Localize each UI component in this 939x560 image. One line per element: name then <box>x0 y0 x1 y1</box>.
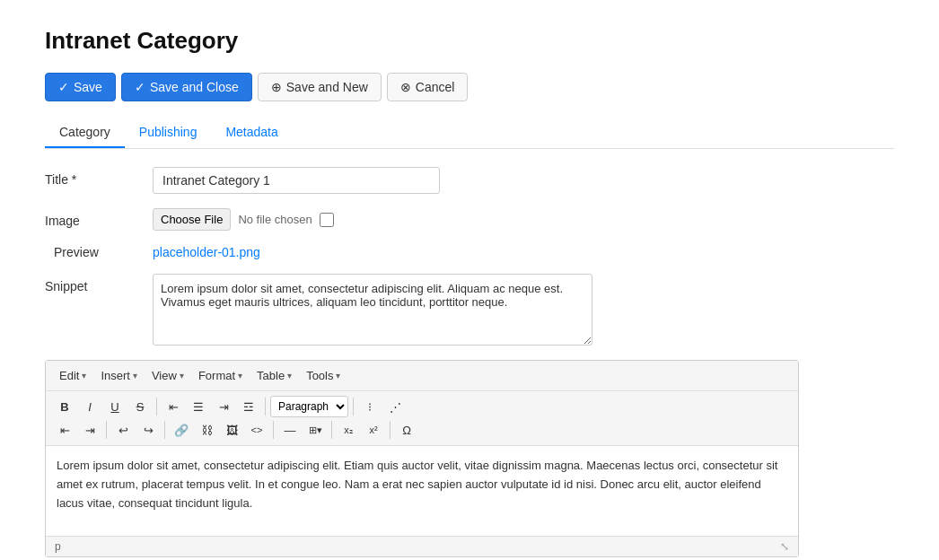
redo-button[interactable]: ↪ <box>136 419 160 441</box>
outdent-button[interactable]: ⇤ <box>53 419 76 441</box>
separator-3 <box>353 398 354 416</box>
image-label: Image <box>45 208 153 228</box>
tab-category[interactable]: Category <box>45 118 125 148</box>
undo-button[interactable]: ↩ <box>111 419 135 441</box>
editor-menubar: Edit ▾ Insert ▾ View ▾ Format ▾ Table ▾ … <box>46 361 798 391</box>
separator-1 <box>156 398 157 416</box>
omega-button[interactable]: Ω <box>395 419 418 441</box>
align-left-button[interactable]: ⇤ <box>162 396 185 417</box>
paragraph-select[interactable]: Paragraph <box>270 396 348 417</box>
chevron-down-icon: ▾ <box>82 371 86 381</box>
snippet-row: Snippet Lorem ipsum dolor sit amet, cons… <box>45 274 894 346</box>
separator-7 <box>331 421 332 439</box>
code-button[interactable]: <> <box>245 419 268 441</box>
chevron-down-icon-3: ▾ <box>180 371 184 381</box>
save-new-button[interactable]: ⊕ Save and New <box>258 73 382 101</box>
resize-handle: ⤡ <box>780 540 789 553</box>
chevron-down-icon-5: ▾ <box>287 371 292 381</box>
editor-body[interactable]: Lorem ipsum dolor sit amet, consectetur … <box>46 446 798 536</box>
link-button[interactable]: 🔗 <box>170 419 193 441</box>
page-container: Intranet Category ✓ Save ✓ Save and Clos… <box>0 0 939 560</box>
tab-publishing[interactable]: Publishing <box>125 118 212 148</box>
snippet-label: Snippet <box>45 274 153 293</box>
form-section: Title * Image Choose File No file chosen… <box>45 167 894 346</box>
chevron-down-icon-2: ▾ <box>133 371 137 381</box>
superscript-button[interactable]: x² <box>362 419 385 441</box>
editor-statusbar: p ⤡ <box>46 536 798 556</box>
align-center-button[interactable]: ☰ <box>187 396 210 417</box>
preview-link[interactable]: placeholder-01.png <box>153 245 260 259</box>
separator-5 <box>164 421 165 439</box>
check-icon-2: ✓ <box>135 80 145 94</box>
preview-row: Preview placeholder-01.png <box>45 245 894 259</box>
toolbar-row-1: B I U S ⇤ ☰ ⇥ ☲ Paragraph ⁝ ⋰ <box>53 396 791 417</box>
editor-tag-indicator: p <box>55 540 61 553</box>
save-close-button[interactable]: ✓ Save and Close <box>121 73 252 101</box>
tab-metadata[interactable]: Metadata <box>211 118 292 148</box>
cancel-button[interactable]: ⊗ Cancel <box>387 73 469 101</box>
menu-table[interactable]: Table ▾ <box>250 366 298 385</box>
align-justify-button[interactable]: ☲ <box>237 396 260 417</box>
indent-button[interactable]: ⇥ <box>78 419 101 441</box>
times-icon: ⊗ <box>400 80 411 94</box>
separator-8 <box>390 421 391 439</box>
hr-button[interactable]: — <box>278 419 302 441</box>
main-toolbar: ✓ Save ✓ Save and Close ⊕ Save and New ⊗… <box>45 73 894 101</box>
italic-button[interactable]: I <box>78 396 101 417</box>
image-checkbox[interactable] <box>320 213 334 227</box>
plus-icon: ⊕ <box>271 80 282 94</box>
separator-6 <box>273 421 274 439</box>
title-row: Title * <box>45 167 894 194</box>
menu-insert[interactable]: Insert ▾ <box>94 366 144 385</box>
snippet-input[interactable]: Lorem ipsum dolor sit amet, consectetur … <box>153 274 592 346</box>
table-button[interactable]: ⊞▾ <box>303 419 327 441</box>
underline-button[interactable]: U <box>103 396 127 417</box>
editor-toolbar: B I U S ⇤ ☰ ⇥ ☲ Paragraph ⁝ ⋰ ⇤ ⇥ <box>46 391 798 446</box>
check-icon: ✓ <box>58 80 69 94</box>
subscript-button[interactable]: x₂ <box>337 419 360 441</box>
menu-view[interactable]: View ▾ <box>145 366 190 385</box>
page-title: Intranet Category <box>45 27 894 55</box>
unlink-button[interactable]: ⛓ <box>195 419 218 441</box>
separator-2 <box>265 398 266 416</box>
title-input[interactable] <box>153 167 440 194</box>
menu-format[interactable]: Format ▾ <box>192 366 249 385</box>
tab-bar: Category Publishing Metadata <box>45 118 894 149</box>
separator-4 <box>106 421 107 439</box>
image-button[interactable]: 🖼 <box>220 419 243 441</box>
list-ol-button[interactable]: ⋰ <box>383 396 407 417</box>
menu-edit[interactable]: Edit ▾ <box>53 366 92 385</box>
choose-file-button[interactable]: Choose File <box>153 208 231 231</box>
title-label: Title * <box>45 167 153 187</box>
preview-label: Preview <box>45 245 153 259</box>
strikethrough-button[interactable]: S <box>128 396 152 417</box>
bold-button[interactable]: B <box>53 396 76 417</box>
save-button[interactable]: ✓ Save <box>45 73 116 101</box>
menu-tools[interactable]: Tools ▾ <box>300 366 347 385</box>
chevron-down-icon-6: ▾ <box>336 371 340 381</box>
list-ul-button[interactable]: ⁝ <box>358 396 382 417</box>
file-name-label: No file chosen <box>238 213 312 226</box>
toolbar-row-2: ⇤ ⇥ ↩ ↪ 🔗 ⛓ 🖼 <> — ⊞▾ x₂ x² Ω <box>53 419 791 441</box>
image-row: Image Choose File No file chosen <box>45 208 894 231</box>
file-input-group: Choose File No file chosen <box>153 208 334 231</box>
rich-text-editor: Edit ▾ Insert ▾ View ▾ Format ▾ Table ▾ … <box>45 360 799 557</box>
chevron-down-icon-4: ▾ <box>238 371 242 381</box>
align-right-button[interactable]: ⇥ <box>212 396 235 417</box>
